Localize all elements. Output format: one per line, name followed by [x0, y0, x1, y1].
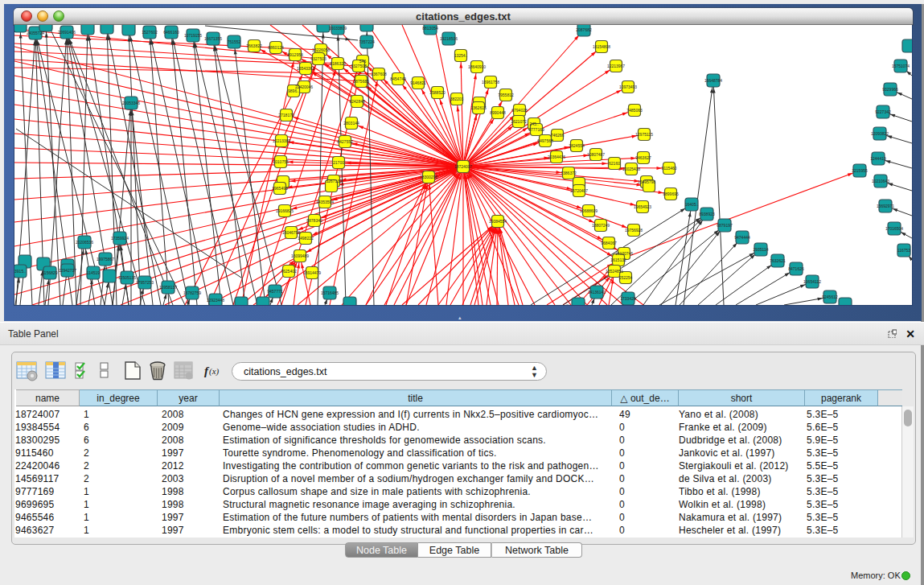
- svg-text:751552: 751552: [228, 39, 241, 44]
- svg-text:16099489: 16099489: [291, 253, 309, 258]
- svg-text:9474444: 9474444: [734, 235, 750, 240]
- svg-text:9245612: 9245612: [822, 295, 838, 299]
- svg-text:7357224: 7357224: [359, 39, 375, 44]
- svg-text:8878342: 8878342: [306, 218, 322, 223]
- svg-text:116753: 116753: [897, 248, 911, 253]
- svg-text:16914479: 16914479: [303, 270, 321, 275]
- svg-text:16033809: 16033809: [329, 26, 347, 31]
- svg-text:16543362: 16543362: [297, 66, 314, 71]
- svg-text:114519: 114519: [87, 270, 101, 275]
- svg-text:9329966: 9329966: [882, 87, 898, 92]
- svg-text:1244419: 1244419: [870, 156, 886, 161]
- svg-text:17957253: 17957253: [136, 280, 154, 285]
- svg-text:10958137: 10958137: [159, 285, 177, 290]
- svg-text:1498222: 1498222: [298, 236, 314, 241]
- svg-text:10719155: 10719155: [184, 33, 202, 38]
- svg-text:13524851: 13524851: [606, 269, 623, 274]
- svg-text:18640910: 18640910: [468, 64, 486, 69]
- svg-text:6466160: 6466160: [163, 30, 179, 35]
- svg-text:8912954: 8912954: [287, 52, 303, 57]
- svg-text:(x): (x): [209, 366, 220, 377]
- svg-text:8427552: 8427552: [337, 139, 353, 144]
- svg-text:20053346: 20053346: [122, 101, 140, 105]
- svg-text:3824554: 3824554: [569, 143, 585, 148]
- svg-text:8860124: 8860124: [268, 45, 284, 50]
- svg-text:2367608: 2367608: [371, 72, 387, 76]
- svg-text:15751074: 15751074: [892, 64, 910, 68]
- svg-text:8454749: 8454749: [390, 76, 406, 81]
- svg-text:8471626: 8471626: [788, 266, 804, 271]
- svg-text:20364436: 20364436: [548, 154, 565, 159]
- svg-text:19218506: 19218506: [440, 36, 458, 41]
- svg-text:7625402: 7625402: [281, 269, 297, 274]
- svg-text:9899695: 9899695: [663, 192, 679, 196]
- svg-text:9242848: 9242848: [349, 99, 365, 104]
- svg-text:8938923: 8938923: [699, 212, 715, 216]
- svg-text:7485063: 7485063: [626, 108, 643, 113]
- svg-text:1362615: 1362615: [470, 105, 487, 110]
- svg-text:1527602: 1527602: [142, 30, 158, 35]
- svg-text:3215955: 3215955: [852, 168, 868, 173]
- svg-text:16671355: 16671355: [204, 36, 222, 41]
- svg-text:9115460: 9115460: [661, 166, 676, 171]
- svg-text:6497568: 6497568: [537, 138, 553, 143]
- svg-text:6794028: 6794028: [511, 108, 528, 113]
- svg-text:8990448: 8990448: [490, 110, 506, 115]
- svg-text:2087682: 2087682: [576, 27, 592, 32]
- svg-text:18807249: 18807249: [592, 223, 610, 228]
- svg-text:2803144: 2803144: [343, 121, 359, 126]
- svg-text:15692971: 15692971: [877, 204, 894, 208]
- svg-text:9463627: 9463627: [635, 155, 651, 160]
- svg-text:17016504: 17016504: [885, 226, 903, 231]
- svg-text:12975115: 12975115: [635, 132, 653, 137]
- svg-text:9327503: 9327503: [310, 56, 326, 61]
- svg-text:10654112: 10654112: [803, 279, 821, 284]
- svg-text:9896..: 9896..: [288, 89, 299, 93]
- svg-text:12942737: 12942737: [59, 268, 76, 273]
- svg-text:10210643: 10210643: [872, 179, 889, 183]
- svg-text:1965493: 1965493: [272, 186, 288, 191]
- svg-text:9777169: 9777169: [528, 127, 544, 132]
- svg-text:16648784: 16648784: [704, 78, 722, 83]
- svg-text:1588520: 1588520: [429, 90, 446, 95]
- svg-text:7663822: 7663822: [246, 43, 262, 48]
- svg-text:7632621: 7632621: [770, 258, 786, 263]
- svg-text:20691406: 20691406: [58, 30, 76, 35]
- svg-text:17359924: 17359924: [111, 236, 129, 241]
- svg-text:8813054: 8813054: [422, 26, 438, 31]
- svg-text:10688609: 10688609: [580, 208, 598, 213]
- svg-text:382203: 382203: [450, 97, 464, 101]
- svg-text:3267130: 3267130: [326, 179, 342, 183]
- svg-text:12093822: 12093822: [871, 131, 889, 136]
- svg-text:16046798: 16046798: [282, 230, 300, 235]
- svg-text:3875685: 3875685: [353, 79, 369, 84]
- svg-text:1010755: 1010755: [273, 159, 289, 164]
- svg-text:252254: 252254: [619, 275, 633, 280]
- svg-text:15720407: 15720407: [570, 188, 588, 193]
- svg-text:3915..: 3915..: [14, 269, 26, 274]
- svg-text:9227342: 9227342: [875, 109, 891, 114]
- svg-text:1615132: 1615132: [610, 257, 626, 262]
- svg-text:1156829: 1156829: [42, 270, 57, 275]
- svg-text:15495798: 15495798: [638, 179, 655, 184]
- svg-text:16120746: 16120746: [615, 251, 633, 256]
- svg-text:1733426: 1733426: [620, 296, 636, 301]
- svg-text:245..: 245..: [529, 122, 538, 126]
- svg-text:2935114: 2935114: [753, 247, 768, 252]
- svg-text:9684067: 9684067: [601, 241, 617, 245]
- svg-text:10025438: 10025438: [622, 167, 640, 171]
- svg-text:9146821: 9146821: [410, 80, 426, 85]
- svg-text:10807487: 10807487: [587, 152, 605, 157]
- svg-text:19756928: 19756928: [625, 228, 643, 233]
- svg-text:12923448: 12923448: [207, 298, 224, 303]
- svg-text:1621072: 1621072: [511, 119, 527, 124]
- svg-text:19384554: 19384554: [489, 219, 507, 224]
- svg-text:16961758: 16961758: [482, 80, 499, 84]
- svg-text:9457771: 9457771: [267, 289, 283, 294]
- svg-text:16782759: 16782759: [183, 290, 201, 295]
- svg-text:15716485: 15716485: [321, 290, 339, 295]
- svg-text:20206536: 20206536: [76, 240, 93, 245]
- svg-text:8186323: 8186323: [330, 61, 346, 66]
- svg-text:16154808: 16154808: [593, 44, 610, 49]
- svg-text:24055724: 24055724: [27, 31, 44, 35]
